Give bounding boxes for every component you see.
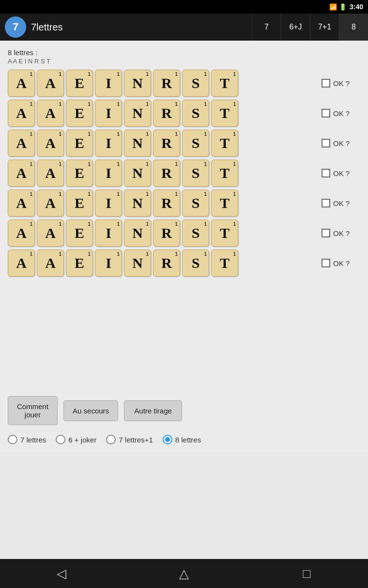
ok-group-6: OK ?: [322, 229, 360, 237]
tile-row2-5[interactable]: R1: [153, 100, 180, 127]
ok-checkbox-3[interactable]: [322, 139, 330, 147]
tile-row7-4[interactable]: N1: [124, 250, 151, 277]
tile-row7-0[interactable]: A1: [8, 250, 35, 277]
tile-row3-6[interactable]: S1: [182, 130, 209, 157]
tile-row6-0[interactable]: A1: [8, 220, 35, 247]
tile-row7-2[interactable]: E1: [66, 250, 93, 277]
tile-row3-5[interactable]: R1: [153, 130, 180, 157]
tile-row5-7[interactable]: T1: [211, 190, 238, 217]
comment-jouer-button[interactable]: Comment jouer: [8, 396, 58, 425]
radio-6joker[interactable]: 6 + joker: [56, 435, 96, 444]
tiles-group-6: A1A1E1I1N1R1S1T1: [8, 220, 316, 247]
tile-row5-2[interactable]: E1: [66, 190, 93, 217]
back-button[interactable]: ◁: [42, 559, 81, 588]
tile-row5-6[interactable]: S1: [182, 190, 209, 217]
tiles-group-7: A1A1E1I1N1R1S1T1: [8, 250, 316, 277]
wifi-icon: 📶: [329, 3, 337, 11]
battery-icon: 🔋: [339, 3, 347, 11]
tile-row4-1[interactable]: A1: [37, 160, 64, 187]
tile-row4-2[interactable]: E1: [66, 160, 93, 187]
app-logo: 7: [5, 16, 26, 38]
radio-6joker-label: 6 + joker: [68, 436, 96, 444]
ok-label-1: OK ?: [333, 79, 350, 88]
tile-row6-2[interactable]: E1: [66, 220, 93, 247]
au-secours-button[interactable]: Au secours: [63, 400, 118, 421]
ok-checkbox-5[interactable]: [322, 199, 330, 207]
tile-row2-4[interactable]: N1: [124, 100, 151, 127]
nav-tab-71[interactable]: 7+1: [310, 14, 339, 41]
tile-row7-3[interactable]: I1: [95, 250, 122, 277]
tile-row7-5[interactable]: R1: [153, 250, 180, 277]
tile-row1-7[interactable]: T1: [211, 70, 238, 97]
tile-row2-1[interactable]: A1: [37, 100, 64, 127]
tile-row4-4[interactable]: N1: [124, 160, 151, 187]
tile-row6-4[interactable]: N1: [124, 220, 151, 247]
radio-7lettres[interactable]: 7 lettres: [8, 435, 46, 444]
tile-row1-6[interactable]: S1: [182, 70, 209, 97]
nav-tab-6j[interactable]: 6+J: [281, 14, 310, 41]
tile-row4-6[interactable]: S1: [182, 160, 209, 187]
tile-row5-1[interactable]: A1: [37, 190, 64, 217]
ok-label-7: OK ?: [333, 259, 350, 267]
home-button[interactable]: △: [165, 559, 203, 588]
bottom-area: Comment jouer Au secours Autre tirage 7 …: [0, 386, 368, 452]
tile-row5-5[interactable]: R1: [153, 190, 180, 217]
tile-row5-4[interactable]: N1: [124, 190, 151, 217]
letters-subtitle: A A E I N R S T: [8, 58, 360, 65]
tile-row2-6[interactable]: S1: [182, 100, 209, 127]
tile-row6-7[interactable]: T1: [211, 220, 238, 247]
ok-group-3: OK ?: [322, 139, 360, 147]
ok-label-4: OK ?: [333, 169, 350, 177]
radio-7lettres1[interactable]: 7 lettres+1: [106, 435, 153, 444]
tile-row4-7[interactable]: T1: [211, 160, 238, 187]
tile-row5-3[interactable]: I1: [95, 190, 122, 217]
tile-row1-0[interactable]: A1: [8, 70, 35, 97]
radio-7lettres-circle: [8, 435, 17, 444]
tile-row2-3[interactable]: I1: [95, 100, 122, 127]
ok-checkbox-7[interactable]: [322, 259, 330, 267]
main-content: 8 lettres : A A E I N R S T A1A1E1I1N1R1…: [0, 41, 368, 386]
tile-row6-3[interactable]: I1: [95, 220, 122, 247]
tile-row4-0[interactable]: A1: [8, 160, 35, 187]
tile-row6-5[interactable]: R1: [153, 220, 180, 247]
autre-tirage-button[interactable]: Autre tirage: [124, 400, 182, 421]
ok-checkbox-6[interactable]: [322, 229, 330, 237]
tile-row1-5[interactable]: R1: [153, 70, 180, 97]
status-time: 3:40: [350, 3, 363, 11]
ok-group-1: OK ?: [322, 79, 360, 88]
tile-row3-2[interactable]: E1: [66, 130, 93, 157]
tile-row4-3[interactable]: I1: [95, 160, 122, 187]
ok-label-6: OK ?: [333, 229, 350, 237]
tile-row3-0[interactable]: A1: [8, 130, 35, 157]
tile-row3-7[interactable]: T1: [211, 130, 238, 157]
tile-row-3: A1A1E1I1N1R1S1T1OK ?: [8, 130, 360, 157]
nav-tab-7[interactable]: 7: [252, 14, 281, 41]
ok-checkbox-4[interactable]: [322, 169, 330, 177]
tile-row2-0[interactable]: A1: [8, 100, 35, 127]
tile-row3-4[interactable]: N1: [124, 130, 151, 157]
recent-button[interactable]: □: [287, 559, 326, 588]
radio-6joker-circle: [56, 435, 65, 444]
tile-row7-7[interactable]: T1: [211, 250, 238, 277]
tile-row7-6[interactable]: S1: [182, 250, 209, 277]
letters-header: 8 lettres :: [8, 48, 360, 57]
radio-8lettres[interactable]: 8 lettres: [163, 435, 201, 444]
tile-row6-6[interactable]: S1: [182, 220, 209, 247]
tile-row3-3[interactable]: I1: [95, 130, 122, 157]
tile-row1-1[interactable]: A1: [37, 70, 64, 97]
tile-row4-5[interactable]: R1: [153, 160, 180, 187]
tile-row3-1[interactable]: A1: [37, 130, 64, 157]
tile-row-7: A1A1E1I1N1R1S1T1OK ?: [8, 250, 360, 277]
tile-row6-1[interactable]: A1: [37, 220, 64, 247]
tile-row1-3[interactable]: I1: [95, 70, 122, 97]
tile-row7-1[interactable]: A1: [37, 250, 64, 277]
tile-row2-7[interactable]: T1: [211, 100, 238, 127]
ok-checkbox-1[interactable]: [322, 79, 330, 88]
nav-tab-8[interactable]: 8: [339, 14, 368, 41]
ok-group-5: OK ?: [322, 199, 360, 207]
tile-row1-4[interactable]: N1: [124, 70, 151, 97]
ok-checkbox-2[interactable]: [322, 109, 330, 118]
tile-row5-0[interactable]: A1: [8, 190, 35, 217]
tile-row1-2[interactable]: E1: [66, 70, 93, 97]
tile-row2-2[interactable]: E1: [66, 100, 93, 127]
